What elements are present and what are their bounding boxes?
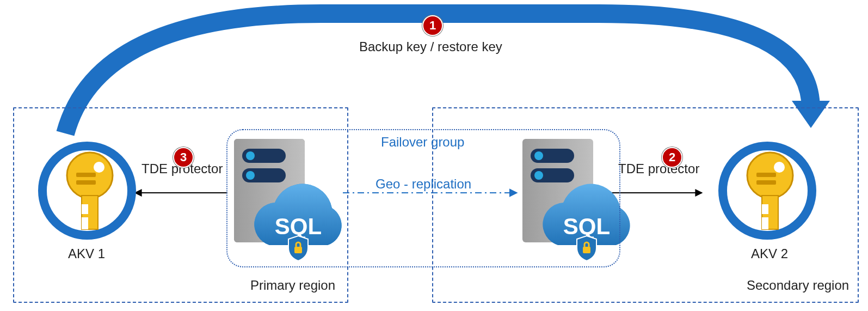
tde-right-label: TDE protector — [618, 161, 699, 176]
geo-replication-label: Geo - replication — [375, 176, 471, 192]
badge-1: 1 — [422, 15, 443, 36]
badge-3: 3 — [173, 147, 194, 168]
secondary-region-label: Secondary region — [747, 278, 849, 293]
badge-2: 2 — [662, 147, 682, 168]
backup-restore-label: Backup key / restore key — [359, 39, 502, 54]
failover-group-box — [226, 129, 620, 267]
primary-region-label: Primary region — [250, 278, 335, 293]
failover-group-label: Failover group — [381, 135, 464, 150]
akv1-label: AKV 1 — [68, 246, 105, 261]
akv2-label: AKV 2 — [751, 246, 788, 261]
